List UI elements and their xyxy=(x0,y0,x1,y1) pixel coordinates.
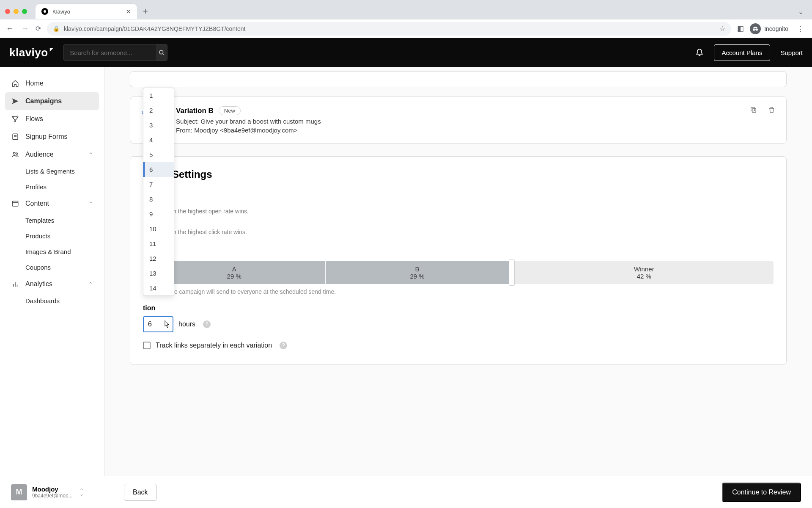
sidebar-item-home[interactable]: Home xyxy=(5,75,99,92)
copy-icon[interactable] xyxy=(750,106,757,116)
dropdown-option[interactable]: 14 xyxy=(143,281,174,295)
chevron-up-icon: ⌃ xyxy=(88,201,93,207)
dropdown-option[interactable]: 7 xyxy=(143,177,174,192)
browser-menu-icon[interactable]: ⋮ xyxy=(794,24,807,33)
chevron-down-icon: ▾ xyxy=(166,321,168,327)
dropdown-option[interactable]: 13 xyxy=(143,266,174,281)
metric-label: Metric xyxy=(143,188,774,196)
search-button[interactable] xyxy=(156,44,167,61)
updown-icon: ⌃⌄ xyxy=(80,489,84,496)
back-button[interactable]: Back xyxy=(124,484,157,501)
address-bar: ← → ⟳ 🔒 klaviyo.com/campaign/01GDAK4A2YG… xyxy=(0,19,812,38)
forward-icon: → xyxy=(20,24,30,33)
sidebar-item-flows[interactable]: Flows xyxy=(5,110,99,128)
browser-chrome: Klaviyo ✕ + ⌄ ← → ⟳ 🔒 klaviyo.com/campai… xyxy=(0,0,812,38)
continue-button[interactable]: Continue to Review xyxy=(722,483,801,502)
bookmark-icon[interactable]: ☆ xyxy=(719,25,725,33)
chevron-up-icon: ⌃ xyxy=(88,281,93,287)
incognito-label: Incognito xyxy=(764,25,788,32)
metric-option-open-rate[interactable]: n Rate ariation with the highest open ra… xyxy=(145,200,774,215)
account-switcher[interactable]: M Moodjoy 9ba4e9ef@moo... ⌃⌄ xyxy=(11,484,115,500)
analytics-icon xyxy=(11,280,19,288)
support-link[interactable]: Support xyxy=(780,49,803,56)
sidebar-sub-images-brand[interactable]: Images & Brand xyxy=(5,244,99,260)
sidebar-sub-dashboards[interactable]: Dashboards xyxy=(5,293,99,309)
content-icon xyxy=(11,200,19,207)
svg-point-12 xyxy=(16,153,18,155)
sidebar-item-analytics[interactable]: Analytics ⌃ xyxy=(5,275,99,293)
maximize-window-icon[interactable] xyxy=(22,9,27,14)
extensions-icon[interactable]: ◧ xyxy=(737,24,744,33)
sidebar-sub-lists-segments[interactable]: Lists & Segments xyxy=(5,163,99,179)
dropdown-option[interactable]: 11 xyxy=(143,236,174,251)
dropdown-option[interactable]: 1 xyxy=(143,88,174,103)
browser-tab[interactable]: Klaviyo ✕ xyxy=(36,4,137,19)
track-links-label: Track links separately in each variation xyxy=(156,342,272,349)
close-tab-icon[interactable]: ✕ xyxy=(126,8,131,16)
svg-point-0 xyxy=(753,28,755,30)
resize-handle[interactable] xyxy=(509,260,515,286)
svg-rect-2 xyxy=(755,29,756,30)
sidebar-item-content[interactable]: Content ⌃ xyxy=(5,195,99,213)
sidebar-item-label: Signup Forms xyxy=(25,133,68,141)
dropdown-option[interactable]: 4 xyxy=(143,133,174,147)
dropdown-option[interactable]: 8 xyxy=(143,192,174,207)
sidebar-item-label: Content xyxy=(25,200,49,207)
window-controls[interactable] xyxy=(5,9,27,14)
help-icon[interactable]: ? xyxy=(280,342,287,349)
account-avatar: M xyxy=(11,484,27,500)
dropdown-option[interactable]: 6 xyxy=(143,162,174,177)
segment-winner: Winner 42 % xyxy=(515,261,774,284)
tab-bar: Klaviyo ✕ + ⌄ xyxy=(0,0,812,19)
search-input[interactable] xyxy=(64,49,156,56)
main-content: › B Variation B New Subject: Give your b… xyxy=(104,67,812,476)
new-tab-button[interactable]: + xyxy=(140,7,151,17)
sidebar-item-audience[interactable]: Audience ⌃ xyxy=(5,146,99,163)
metric-option-click-rate[interactable]: Rate ariation with the highest click rat… xyxy=(145,221,774,235)
incognito-icon xyxy=(750,23,761,34)
dropdown-option[interactable]: 9 xyxy=(143,207,174,221)
dropdown-option[interactable]: 10 xyxy=(143,221,174,236)
variation-card: › B Variation B New Subject: Give your b… xyxy=(130,97,787,144)
app-header: klaviyo◤ Account Plans Support xyxy=(0,38,812,67)
duration-dropdown[interactable]: 1234567891011121314 xyxy=(143,88,174,296)
variation-from: From: Moodjoy <9ba4e9ef@moodjoy.com> xyxy=(176,127,321,134)
help-icon[interactable]: ? xyxy=(203,320,211,328)
search-field[interactable] xyxy=(63,44,167,61)
url-field[interactable]: 🔒 klaviyo.com/campaign/01GDAK4A2YG8NQEFM… xyxy=(47,22,731,36)
logo[interactable]: klaviyo◤ xyxy=(9,46,53,59)
minimize-window-icon[interactable] xyxy=(14,9,19,14)
account-plans-button[interactable]: Account Plans xyxy=(714,44,771,61)
ab-test-settings-card: t Test Settings Metric n Rate ariation w… xyxy=(130,156,787,365)
tabs-menu-icon[interactable]: ⌄ xyxy=(798,8,807,16)
checkbox[interactable] xyxy=(143,342,151,349)
delete-icon[interactable] xyxy=(768,106,775,116)
incognito-badge[interactable]: Incognito xyxy=(750,23,788,34)
sidebar-item-label: Home xyxy=(25,80,44,87)
test-size-bar[interactable]: A 29 % B 29 % Winner 42 % xyxy=(143,261,774,284)
form-icon xyxy=(11,133,19,141)
sidebar-item-label: Campaigns xyxy=(25,97,62,105)
sidebar-sub-templates[interactable]: Templates xyxy=(5,213,99,228)
flows-icon xyxy=(11,115,19,123)
variation-card-collapsed[interactable] xyxy=(130,71,787,87)
dropdown-option[interactable]: 3 xyxy=(143,118,174,133)
track-links-row[interactable]: Track links separately in each variation… xyxy=(143,342,774,349)
svg-rect-18 xyxy=(752,109,756,113)
test-size-note: se 100%, the campaign will send to every… xyxy=(143,288,774,295)
sidebar-sub-profiles[interactable]: Profiles xyxy=(5,179,99,195)
dropdown-option[interactable]: 2 xyxy=(143,103,174,118)
new-badge: New xyxy=(219,106,241,115)
sidebar-sub-coupons[interactable]: Coupons xyxy=(5,260,99,275)
hours-label: hours xyxy=(178,320,195,328)
sidebar-item-campaigns[interactable]: Campaigns xyxy=(5,92,99,110)
dropdown-option[interactable]: 12 xyxy=(143,251,174,266)
reload-icon[interactable]: ⟳ xyxy=(36,25,41,33)
sidebar-item-signup-forms[interactable]: Signup Forms xyxy=(5,128,99,146)
sidebar-sub-products[interactable]: Products xyxy=(5,228,99,244)
dropdown-option[interactable]: 5 xyxy=(143,147,174,162)
close-window-icon[interactable] xyxy=(5,9,10,14)
back-icon[interactable]: ← xyxy=(5,24,14,33)
duration-select[interactable]: 6 ▾ xyxy=(143,316,173,332)
notifications-icon[interactable] xyxy=(695,47,704,58)
